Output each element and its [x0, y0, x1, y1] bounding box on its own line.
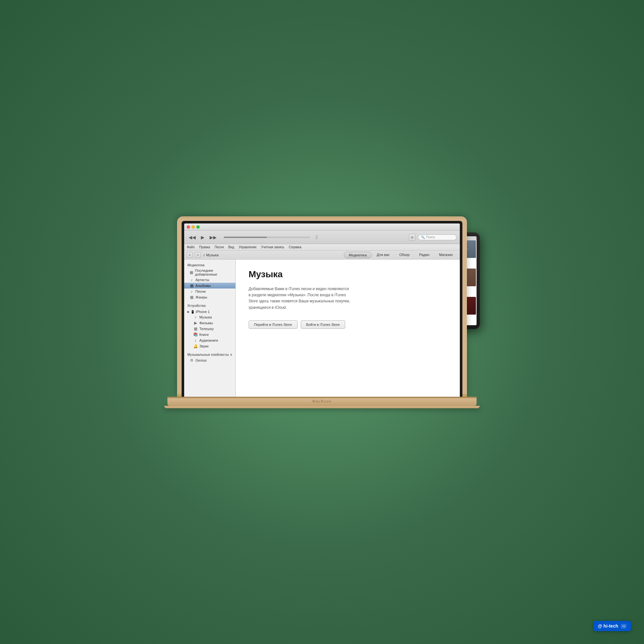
sidebar-songs[interactable]: ♪ Песни: [184, 289, 235, 294]
content-area: Музыка Добавляемые Вами в iTunes песни и…: [236, 260, 460, 397]
tab-library[interactable]: Медиатека: [344, 252, 372, 258]
music-icon: ♪: [203, 253, 205, 257]
title-bar: [184, 223, 460, 231]
toolbar: ◀◀ ▶ ▶▶  ≡ 🔍 Поиск: [184, 231, 460, 244]
tab-store[interactable]: Магазин: [435, 252, 457, 258]
content-description: Добавляемые Вами в iTunes песни и видео …: [249, 286, 352, 311]
menu-control[interactable]: Управление: [239, 245, 257, 249]
macbook-container: ◀◀ ▶ ▶▶ Медиатека ▦Recently Added ♪Artis…: [177, 216, 467, 408]
tab-for-you[interactable]: Для вас: [372, 252, 394, 258]
rewind-button[interactable]: ◀◀: [187, 234, 197, 241]
apple-logo-icon: : [316, 234, 318, 240]
search-box[interactable]: 🔍 Поиск: [418, 234, 457, 240]
close-button[interactable]: [187, 225, 190, 229]
iphone-music-icon: ♪: [193, 315, 198, 319]
menu-help[interactable]: Справка: [289, 245, 301, 249]
macbook-screen: ◀◀ ▶ ▶▶  ≡ 🔍 Поиск: [184, 223, 460, 397]
sidebar-iphone-movies[interactable]: ▶ Фильмы: [184, 320, 235, 326]
nav-back-button[interactable]: <: [187, 252, 193, 258]
albums-icon: ▦: [189, 283, 194, 288]
macbook-lid: ◀◀ ▶ ▶▶  ≡ 🔍 Поиск: [177, 216, 467, 397]
menu-file[interactable]: Файл: [187, 245, 195, 249]
recently-added-icon: ▦: [189, 270, 194, 275]
goto-store-button[interactable]: Перейти в iTunes Store: [249, 320, 298, 329]
iphone-audiobooks-icon: ♪: [193, 338, 198, 343]
minimize-button[interactable]: [192, 225, 195, 229]
macbook-screen-bezel: ◀◀ ▶ ▶▶  ≡ 🔍 Поиск: [182, 221, 462, 397]
nav-location: ♪ Музыка: [203, 253, 219, 257]
macbook-hinge: [167, 397, 477, 398]
play-button[interactable]: ▶: [200, 234, 206, 241]
nav-forward-button[interactable]: >: [195, 252, 201, 258]
device-arrow-icon: ▶: [187, 310, 189, 313]
menu-view[interactable]: Вид: [228, 245, 234, 249]
search-placeholder: Поиск: [426, 235, 435, 239]
content-title: Музыка: [249, 269, 447, 279]
macbook-logo: MacBook: [312, 399, 332, 403]
hitech-badge: @ hi-tech vk: [593, 621, 631, 631]
iphone-books-icon: 📚: [193, 332, 198, 337]
list-view-button[interactable]: ≡: [409, 234, 415, 241]
sidebar-iphone-tones[interactable]: 🔔 Звуки: [184, 343, 235, 349]
sidebar-recently-added[interactable]: ▦ Последние добавленные: [184, 268, 235, 277]
sidebar-albums[interactable]: ▦ Альбомы: [184, 283, 235, 289]
content-buttons: Перейти в iTunes Store Войти в iTunes St…: [249, 320, 447, 329]
sidebar-genres[interactable]: ▦ Жанры: [184, 294, 235, 300]
iphone-tvshows-icon: ▦: [193, 327, 198, 331]
menu-song[interactable]: Песня: [214, 245, 224, 249]
maximize-button[interactable]: [196, 225, 200, 229]
nav-tabs: Медиатека Для вас Обзор Радио Магазин: [344, 252, 457, 258]
main-content: Медиатека ▦ Последние добавленные ♪ Арти…: [184, 260, 460, 397]
hitech-logo: @ hi-tech: [598, 623, 618, 629]
tab-browse[interactable]: Обзор: [395, 252, 414, 258]
device-name: iPhone 1: [196, 310, 210, 314]
sidebar-genius[interactable]: ⚙ Genius: [184, 357, 235, 363]
tab-radio[interactable]: Радио: [415, 252, 434, 258]
menu-edit[interactable]: Правка: [199, 245, 210, 249]
nav-location-label: Музыка: [206, 253, 219, 257]
playlists-section-header[interactable]: Музыкальные плейлисты ∨: [184, 351, 235, 357]
macbook-bottom: [164, 406, 480, 408]
songs-icon: ♪: [189, 289, 194, 294]
sidebar-artists[interactable]: ♪ Артисты: [184, 277, 235, 283]
menu-bar: Файл Правка Песня Вид Управление Учетная…: [184, 244, 460, 251]
genius-icon: ⚙: [189, 358, 194, 363]
hitech-vk-badge: vk: [621, 624, 627, 629]
login-store-button[interactable]: Войти в iTunes Store: [301, 320, 346, 329]
iphone-tones-icon: 🔔: [193, 344, 198, 348]
sidebar-iphone-books[interactable]: 📚 Книги: [184, 332, 235, 337]
library-section-header: Медиатека: [184, 261, 235, 268]
nav-bar: < > ♪ Музыка Медиатека Для вас Обзор Ра: [184, 251, 460, 260]
sidebar-iphone-tvshows[interactable]: ▦ Телешоу: [184, 326, 235, 332]
menu-account[interactable]: Учетная запись: [261, 245, 284, 249]
device-phone-icon: 📱: [191, 310, 194, 314]
genres-icon: ▦: [189, 295, 194, 299]
sidebar-iphone-audiobooks[interactable]: ♪ Аудиокниги: [184, 337, 235, 343]
sidebar-iphone-music[interactable]: ♪ Музыка: [184, 314, 235, 320]
itunes-window: ◀◀ ▶ ▶▶  ≡ 🔍 Поиск: [184, 223, 460, 397]
macbook-base: MacBook: [167, 397, 477, 406]
device-iphone[interactable]: ▶ 📱 iPhone 1: [184, 308, 235, 314]
devices-section-header: Устройства: [184, 302, 235, 308]
progress-bar[interactable]: [224, 237, 310, 238]
sidebar: Медиатека ▦ Последние добавленные ♪ Арти…: [184, 260, 236, 397]
iphone-movies-icon: ▶: [193, 321, 198, 325]
artists-icon: ♪: [189, 278, 194, 282]
forward-button[interactable]: ▶▶: [208, 234, 218, 241]
